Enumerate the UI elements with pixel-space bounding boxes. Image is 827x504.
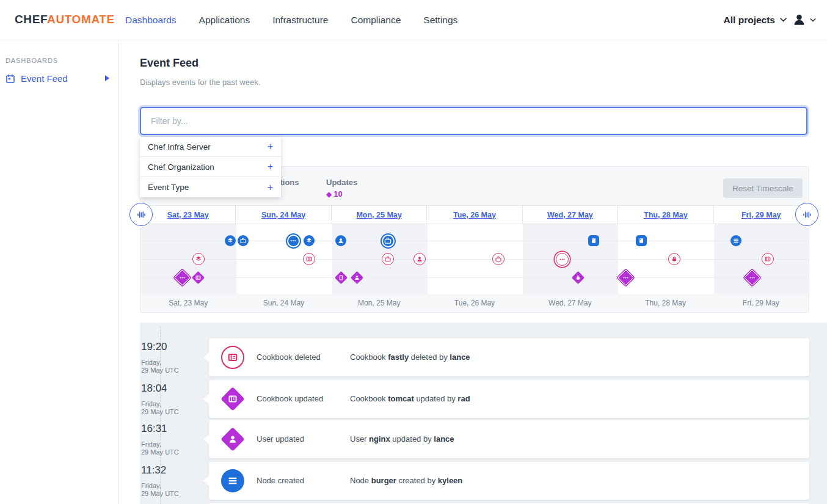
main-navigation: DashboardsApplicationsInfrastructureComp… [125, 0, 457, 40]
event-time: 11:32 [141, 464, 202, 477]
organization-icon [239, 237, 247, 244]
event-title: Node created [257, 476, 304, 485]
nav-item-applications[interactable]: Applications [199, 15, 250, 26]
reset-timescale-button[interactable]: Reset Timescale [723, 178, 803, 198]
main-content: Event Feed Displays events for the past … [118, 40, 827, 504]
event-timestamp: 18:04 Friday, 29 May UTC [141, 382, 202, 416]
lock-icon [671, 255, 678, 263]
user-icon [416, 255, 423, 263]
organization-icon [384, 236, 392, 245]
timeline-date-link-3[interactable]: Tue, 26 May [427, 206, 522, 224]
ellipsis-icon [748, 274, 756, 282]
filter-option-chef-infra-server[interactable]: Chef Infra Server + [140, 137, 281, 157]
timeline-date-header: Sat, 23 MaySun, 24 MayMon, 25 MayTue, 26… [140, 205, 809, 224]
timeline-axis-label-5: Thu, 28 May [618, 294, 713, 312]
slider-grip-icon [801, 209, 813, 221]
legend-updates: Updates ◆10 [326, 178, 357, 187]
plus-icon[interactable]: + [268, 141, 273, 152]
user-updated-icon [221, 428, 244, 451]
timeline-date-link-5[interactable]: Thu, 28 May [618, 206, 713, 224]
event-description: Cookbook fastly deleted by lance [350, 352, 470, 362]
event-title: User updated [257, 434, 304, 444]
cookbook-icon [764, 255, 771, 263]
event-marker-deleted-organization[interactable] [492, 253, 505, 265]
event-marker-created-client[interactable] [588, 235, 599, 246]
user-menu[interactable] [792, 13, 816, 27]
event-description: User nginx updated by lance [350, 434, 454, 444]
organization-icon [384, 255, 392, 263]
cookbook-deleted-icon [221, 346, 244, 369]
node-icon [227, 475, 239, 487]
event-title: Cookbook deleted [257, 352, 321, 362]
item-icon [338, 274, 344, 281]
event-time: 19:20 [141, 341, 202, 353]
event-marker-created-layers[interactable] [225, 235, 236, 246]
user-avatar-icon [792, 13, 806, 27]
filter-option-label: Chef Infra Server [148, 142, 211, 152]
nav-item-settings[interactable]: Settings [423, 15, 457, 26]
event-weekday: Friday, [141, 482, 202, 490]
nav-item-dashboards[interactable]: Dashboards [125, 15, 177, 26]
event-marker-created-user[interactable] [335, 235, 346, 246]
filter-option-event-type[interactable]: Event Type + [140, 177, 281, 197]
row-gridline [141, 259, 809, 260]
event-weekday: Friday, [141, 400, 202, 408]
projects-filter-dropdown[interactable]: All projects [724, 15, 787, 26]
projects-filter-label: All projects [724, 15, 775, 26]
client-icon [590, 237, 597, 244]
event-marker-deleted-user[interactable] [414, 253, 426, 265]
event-date: 29 May UTC [141, 367, 202, 374]
event-timestamp: 19:20 Friday, 29 May UTC [141, 341, 202, 374]
lock-icon [575, 274, 581, 281]
filter-input[interactable] [140, 107, 807, 135]
sidebar-item-event-feed[interactable]: Event Feed [5, 73, 118, 84]
timeline-date-link-4[interactable]: Wed, 27 May [523, 206, 618, 224]
nav-item-compliance[interactable]: Compliance [351, 15, 401, 26]
timeline-date-link-2[interactable]: Mon, 25 May [332, 206, 427, 224]
timeline-date-link-6[interactable]: Fri, 29 May [714, 206, 809, 224]
timeline-date-link-1[interactable]: Sun, 24 May [236, 206, 331, 224]
timeline-axis-label-0: Sat, 23 May [140, 294, 236, 312]
sidebar-section-heading: DASHBOARDS [5, 57, 118, 64]
sidebar: DASHBOARDS Event Feed [0, 40, 118, 504]
event-marker-deleted-ellipsis-group[interactable] [556, 253, 569, 266]
event-marker-created-ellipsis-group[interactable] [287, 235, 300, 247]
event-marker-created-organization-group[interactable] [382, 235, 395, 247]
event-marker-deleted-organization[interactable] [382, 253, 394, 265]
timeline-day-labels: Sat, 23 MaySun, 24 MayMon, 25 MayTue, 26… [140, 294, 809, 312]
chef-automate-logo[interactable]: CHEFAUTOMATE [15, 13, 115, 26]
plus-icon[interactable]: + [268, 161, 273, 172]
timescale-handle-right[interactable] [795, 203, 818, 226]
legend-updates-label: Updates [326, 178, 357, 187]
plus-icon[interactable]: + [268, 182, 273, 193]
timeline-axis-label-4: Wed, 27 May [522, 294, 618, 312]
event-marker-deleted-layers[interactable] [192, 253, 205, 265]
expand-caret-icon[interactable] [105, 75, 109, 81]
page-subtitle: Displays events for the past week. [140, 78, 260, 87]
event-date: 29 May UTC [141, 490, 202, 498]
event-marker-created-layers[interactable] [304, 235, 315, 246]
filter-option-chef-organization[interactable]: Chef Organization + [140, 157, 281, 177]
event-feed-section: 19:20 Friday, 29 May UTC Cookbook delete… [140, 323, 827, 504]
event-marker-deleted-lock[interactable] [668, 253, 680, 265]
event-marker-created-organization[interactable] [238, 235, 249, 246]
event-title: Cookbook updated [257, 394, 323, 403]
cookbook-updated-icon [221, 387, 244, 411]
client-icon [638, 237, 645, 244]
layers-icon [305, 237, 313, 244]
event-description: Cookbook tomcat updated by rad [350, 394, 470, 403]
timeline-plot-area [141, 224, 809, 294]
event-card-node-created: Node created Node burger created by kyle… [209, 462, 809, 500]
event-card-cookbook-deleted: Cookbook deleted Cookbook fastly deleted… [209, 338, 809, 376]
nav-item-infrastructure[interactable]: Infrastructure [272, 15, 328, 26]
sidebar-item-label: Event Feed [21, 73, 68, 84]
timeline-date-link-0[interactable]: Sat, 23 May [140, 206, 236, 224]
timescale-handle-left[interactable] [129, 203, 153, 226]
event-marker-deleted-cookbook[interactable] [762, 253, 774, 265]
row-gridline [141, 277, 809, 278]
event-marker-created-node[interactable] [730, 235, 741, 246]
cookbook-icon [227, 393, 238, 404]
event-marker-deleted-cookbook[interactable] [303, 253, 315, 265]
page-title: Event Feed [140, 57, 199, 70]
event-marker-created-client[interactable] [636, 235, 647, 246]
